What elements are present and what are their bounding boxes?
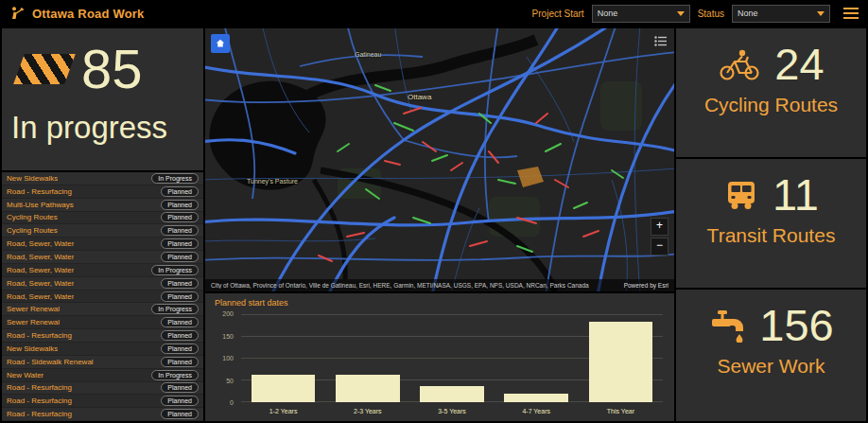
project-name: Road - Resurfacing xyxy=(7,383,72,392)
list-item[interactable]: Road - ResurfacingPlanned xyxy=(2,395,203,408)
status-badge: Planned xyxy=(161,344,199,354)
project-name: Road - Sidewalk Renewal xyxy=(7,358,94,366)
status-badge: Planned xyxy=(161,330,199,341)
status-badge: Planned xyxy=(161,409,199,419)
status-badge: Planned xyxy=(161,291,199,302)
status-badge: In Progress xyxy=(151,304,199,314)
powered-by-esri: Powered by Esri xyxy=(624,282,668,289)
chart-x-axis: 1-2 Years2-3 Years3-5 Years4-7 YearsThis… xyxy=(241,404,663,417)
sewer-label: Sewer Work xyxy=(687,355,855,378)
list-item[interactable]: Cycling RoutesPlanned xyxy=(2,212,203,225)
status-label: Status xyxy=(698,9,724,19)
project-name: Multi-Use Pathways xyxy=(7,201,74,209)
progress-panel: 85 In progress xyxy=(2,28,203,170)
project-name: Road, Sewer, Water xyxy=(7,239,74,248)
list-item[interactable]: New SidewalksIn Progress xyxy=(2,172,203,185)
list-item[interactable]: Sewer RenewalPlanned xyxy=(2,316,203,329)
status-badge: In Progress xyxy=(151,370,199,380)
attribution-text: City of Ottawa, Province of Ontario, Vil… xyxy=(211,282,589,289)
chart-bar[interactable] xyxy=(252,375,316,402)
status-select[interactable]: None xyxy=(732,5,830,23)
status-badge: Planned xyxy=(161,225,199,236)
map-panel[interactable]: Gatineau Ottawa Tunney's Pasture + − Cit… xyxy=(205,28,674,291)
chart-bar[interactable] xyxy=(589,322,653,402)
map-legend-icon[interactable] xyxy=(654,33,667,50)
faucet-icon xyxy=(708,308,746,343)
project-start-select[interactable]: None xyxy=(592,5,690,23)
status-badge: Planned xyxy=(161,278,199,289)
project-list-panel: New SidewalksIn ProgressRoad - Resurfaci… xyxy=(2,172,203,421)
list-item[interactable]: Road, Sewer, WaterPlanned xyxy=(2,277,203,291)
status-badge: Planned xyxy=(161,396,199,406)
barricade-icon xyxy=(13,54,76,84)
status-badge: Planned xyxy=(161,357,199,367)
status-badge: Planned xyxy=(161,200,199,210)
project-name: Road - Resurfacing xyxy=(7,410,72,418)
list-item[interactable]: Road - ResurfacingPlanned xyxy=(2,382,203,396)
list-item[interactable]: Sewer RenewalIn Progress xyxy=(2,303,203,316)
chart-plot-area xyxy=(241,315,663,402)
chart-bar[interactable] xyxy=(420,386,484,402)
cyclist-icon xyxy=(718,48,761,80)
project-name: Road - Resurfacing xyxy=(7,397,72,405)
map-home-button[interactable] xyxy=(211,34,230,53)
bar-slot xyxy=(325,315,409,402)
menu-icon[interactable] xyxy=(843,5,859,22)
x-tick-label: 4-7 Years xyxy=(495,408,579,414)
project-name: Road - Resurfacing xyxy=(7,187,72,196)
dashboard: Ottawa Road Work Project Start None Stat… xyxy=(0,0,868,423)
stat-panel-cycling: 24 Cycling Routes xyxy=(676,28,866,157)
project-name: Road - Resurfacing xyxy=(7,331,72,340)
chart-title: Planned start dates xyxy=(215,298,288,308)
status-badge: Planned xyxy=(161,186,199,197)
list-item[interactable]: Multi-Use PathwaysPlanned xyxy=(2,199,203,212)
in-progress-count: 85 xyxy=(81,42,143,97)
chart-bar[interactable] xyxy=(504,394,568,402)
bar-slot xyxy=(579,315,663,402)
transit-label: Transit Routes xyxy=(687,224,855,247)
status-badge: Planned xyxy=(161,252,199,262)
x-tick-label: 2-3 Years xyxy=(325,408,409,414)
project-name: Sewer Renewal xyxy=(7,305,60,313)
sewer-count: 156 xyxy=(759,303,833,347)
list-item[interactable]: Road - ResurfacingPlanned xyxy=(2,329,203,343)
list-item[interactable]: New WaterIn Progress xyxy=(2,369,203,382)
list-item[interactable]: Cycling RoutesPlanned xyxy=(2,224,203,238)
chevron-down-icon xyxy=(677,11,685,16)
stat-panel-transit: 11 Transit Routes xyxy=(676,159,866,288)
chevron-down-icon xyxy=(817,11,825,16)
list-item[interactable]: Road, Sewer, WaterIn Progress xyxy=(2,264,203,277)
cycling-count: 24 xyxy=(774,42,824,86)
bar-slot xyxy=(495,315,579,402)
y-tick-label: 50 xyxy=(226,377,234,383)
project-name: Road, Sewer, Water xyxy=(7,292,74,301)
zoom-in-button[interactable]: + xyxy=(651,218,668,236)
list-item[interactable]: Road - ResurfacingPlanned xyxy=(2,185,203,199)
list-item[interactable]: Road, Sewer, WaterPlanned xyxy=(2,291,203,304)
transit-count: 11 xyxy=(773,172,819,217)
stat-panel-sewer: 156 Sewer Work xyxy=(676,290,866,421)
chart-panel: Planned start dates 050100150200 1-2 Yea… xyxy=(205,293,674,421)
project-name: Sewer Renewal xyxy=(7,318,60,326)
bus-icon xyxy=(723,179,759,211)
project-name: Road, Sewer, Water xyxy=(7,279,74,288)
list-item[interactable]: New SidewalksPlanned xyxy=(2,343,203,356)
zoom-out-button[interactable]: − xyxy=(651,238,668,256)
x-tick-label: 1-2 Years xyxy=(241,408,325,414)
status-badge: Planned xyxy=(161,212,199,222)
y-tick-label: 100 xyxy=(222,355,234,361)
list-item[interactable]: Road - Sidewalk RenewalPlanned xyxy=(2,356,203,369)
list-item[interactable]: Road, Sewer, WaterPlanned xyxy=(2,238,203,251)
app-title: Ottawa Road Work xyxy=(32,7,145,21)
list-item[interactable]: Road - ResurfacingPlanned xyxy=(2,408,203,421)
map-canvas[interactable] xyxy=(205,28,674,291)
header-bar: Ottawa Road Work Project Start None Stat… xyxy=(0,0,868,26)
project-name: Cycling Routes xyxy=(7,213,58,221)
project-name: Road, Sewer, Water xyxy=(7,266,74,274)
list-item[interactable]: Road, Sewer, WaterPlanned xyxy=(2,251,203,264)
x-tick-label: 3-5 Years xyxy=(409,408,494,414)
status-value: None xyxy=(738,9,758,18)
chart-bar[interactable] xyxy=(336,375,400,402)
project-name: Cycling Routes xyxy=(7,226,58,235)
status-badge: Planned xyxy=(161,238,199,249)
